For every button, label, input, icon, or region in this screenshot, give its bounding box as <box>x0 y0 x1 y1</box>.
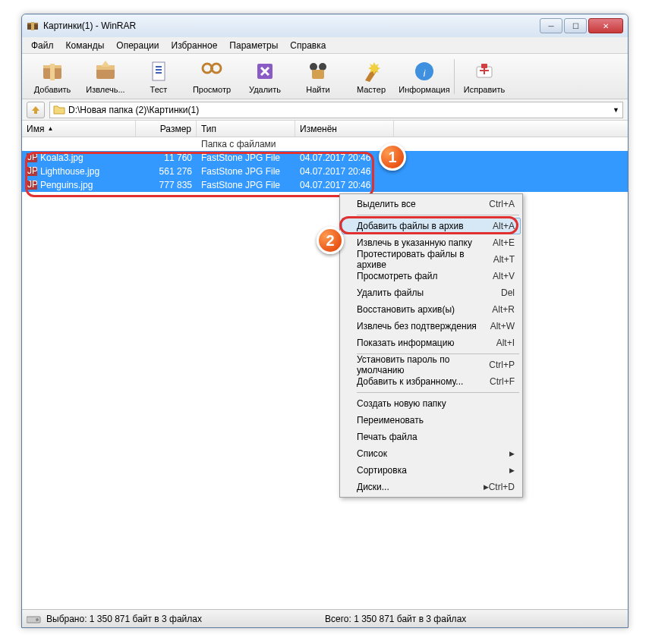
context-menu-item[interactable]: Показать информациюAlt+I <box>342 335 521 351</box>
context-menu-label: Восстановить архив(ы) <box>357 304 492 315</box>
app-icon <box>27 20 39 32</box>
delete-icon <box>253 59 277 83</box>
menu-commands[interactable]: Команды <box>60 39 111 52</box>
context-menu-item[interactable]: Выделить всеCtrl+A <box>342 196 521 212</box>
context-menu-item[interactable]: Диски...▶Ctrl+D <box>342 479 521 495</box>
context-menu-item[interactable]: Сортировка▶ <box>342 462 521 479</box>
context-menu-shortcut: Alt+R <box>492 304 515 315</box>
menu-operations[interactable]: Операции <box>110 39 165 52</box>
file-row[interactable]: JPGKoala3.jpg 11 760 FastStone JPG File … <box>22 151 628 165</box>
context-menu-item[interactable]: Извлечь без подтвержденияAlt+W <box>342 318 521 335</box>
maximize-button[interactable]: ☐ <box>564 18 587 33</box>
repair-icon <box>472 59 496 83</box>
menu-favorites[interactable]: Избранное <box>165 39 224 52</box>
find-icon <box>306 59 330 83</box>
context-menu-label: Добавить к избранному... <box>357 376 490 387</box>
file-row[interactable]: JPGPenguins.jpg 777 835 FastStone JPG Fi… <box>22 178 628 192</box>
menu-file[interactable]: Файл <box>25 39 60 52</box>
context-menu-separator <box>357 215 519 215</box>
tool-info[interactable]: iИнформация <box>399 56 450 97</box>
column-size[interactable]: Размер <box>136 121 197 137</box>
context-menu-item[interactable]: Восстановить архив(ы)Alt+R <box>342 301 521 318</box>
context-menu-item[interactable]: Протестировать файлы в архивеAlt+T <box>342 251 521 268</box>
tool-wizard[interactable]: Мастер <box>345 56 397 97</box>
menu-help[interactable]: Справка <box>284 39 332 52</box>
up-arrow-icon <box>30 105 41 115</box>
submenu-arrow-icon: ▶ <box>484 483 489 491</box>
column-name[interactable]: Имя▲ <box>22 121 136 137</box>
tool-view[interactable]: Просмотр <box>186 56 238 97</box>
tool-find[interactable]: Найти <box>292 56 344 97</box>
status-total: Всего: 1 350 871 байт в 3 файлах <box>325 614 466 624</box>
tool-add[interactable]: Добавить <box>27 56 78 97</box>
svg-text:JPG: JPG <box>27 153 37 162</box>
toolbar: Добавить Извлечь... Тест Просмотр Удалит… <box>22 54 628 99</box>
window-title: Картинки(1) - WinRAR <box>43 20 540 31</box>
svg-rect-8 <box>153 62 165 80</box>
close-button[interactable]: ✕ <box>588 18 623 33</box>
svg-rect-23 <box>484 68 485 74</box>
address-field[interactable]: D:\Новая папка (2)\Картинки(1) ▼ <box>49 102 623 118</box>
dropdown-arrow-icon[interactable]: ▼ <box>613 106 619 114</box>
context-menu-item[interactable]: Создать новую папку <box>342 395 521 412</box>
context-menu-item[interactable]: Удалить файлыDel <box>342 284 521 301</box>
svg-point-31 <box>36 618 39 621</box>
status-selected: Выбрано: 1 350 871 байт в 3 файлах <box>46 614 202 624</box>
context-menu-item[interactable]: Добавить к избранному...Ctrl+F <box>342 373 521 390</box>
tool-repair[interactable]: Исправить <box>458 56 510 97</box>
up-button[interactable] <box>27 102 45 118</box>
tool-extract[interactable]: Извлечь... <box>80 56 131 97</box>
add-icon <box>40 59 65 83</box>
list-header: Имя▲ Размер Тип Изменён <box>22 121 628 137</box>
address-text: D:\Новая папка (2)\Картинки(1) <box>68 105 199 115</box>
context-menu-item[interactable]: Печать файла <box>342 429 521 445</box>
column-modified[interactable]: Изменён <box>295 121 394 137</box>
context-menu-label: Сортировка <box>357 465 509 476</box>
toolbar-separator <box>454 59 455 94</box>
tool-delete[interactable]: Удалить <box>239 56 291 97</box>
context-menu-label: Список <box>357 448 509 459</box>
context-menu-separator <box>357 392 519 393</box>
context-menu-label: Протестировать файлы в архиве <box>357 249 493 270</box>
svg-text:JPG: JPG <box>27 167 37 176</box>
badge-1: 1 <box>379 143 406 171</box>
context-menu-item[interactable]: Список▶ <box>342 445 521 462</box>
view-icon <box>200 59 224 83</box>
winrar-window: Картинки(1) - WinRAR ─ ☐ ✕ Файл Команды … <box>21 14 629 628</box>
context-menu-shortcut: Del <box>501 287 515 298</box>
badge-2: 2 <box>317 227 344 254</box>
minimize-button[interactable]: ─ <box>540 18 562 33</box>
svg-rect-6 <box>96 68 115 79</box>
svg-point-15 <box>310 63 317 71</box>
svg-text:JPG: JPG <box>27 181 37 190</box>
svg-rect-5 <box>50 64 55 80</box>
titlebar[interactable]: Картинки(1) - WinRAR ─ ☐ ✕ <box>22 14 628 37</box>
window-controls: ─ ☐ ✕ <box>540 18 623 33</box>
column-type[interactable]: Тип <box>197 121 295 137</box>
context-menu-item[interactable]: Установить пароль по умолчаниюCtrl+P <box>342 357 521 373</box>
submenu-arrow-icon: ▶ <box>509 450 515 457</box>
menu-options[interactable]: Параметры <box>223 39 284 52</box>
context-menu-label: Установить пароль по умолчанию <box>357 354 489 375</box>
context-menu-label: Показать информацию <box>357 338 496 348</box>
context-menu-shortcut: Alt+E <box>493 237 515 248</box>
context-menu-item[interactable]: Добавить файлы в архивAlt+A <box>342 218 521 234</box>
context-menu-shortcut: Ctrl+F <box>490 376 515 387</box>
context-menu-label: Просмотреть файл <box>357 271 493 281</box>
jpg-icon: JPG <box>27 181 37 190</box>
context-menu-shortcut: Alt+A <box>493 221 515 231</box>
context-menu-label: Печать файла <box>357 432 515 442</box>
context-menu: Выделить всеCtrl+AДобавить файлы в архив… <box>339 193 523 498</box>
context-menu-label: Извлечь без подтверждения <box>357 321 490 331</box>
file-list[interactable]: Папка с файлами JPGKoala3.jpg 11 760 Fas… <box>22 137 628 609</box>
addressbar: D:\Новая папка (2)\Картинки(1) ▼ <box>22 99 628 121</box>
context-menu-shortcut: Ctrl+A <box>489 199 515 209</box>
context-menu-item[interactable]: Просмотреть файлAlt+V <box>342 268 521 284</box>
context-menu-item[interactable]: Переименовать <box>342 412 521 429</box>
file-row[interactable]: JPGLighthouse.jpg 561 276 FastStone JPG … <box>22 165 628 178</box>
parent-row[interactable]: Папка с файлами <box>22 137 628 151</box>
disk-icon <box>27 614 42 624</box>
context-menu-label: Создать новую папку <box>357 398 515 409</box>
context-menu-label: Извлечь в указанную папку <box>357 237 493 248</box>
tool-test[interactable]: Тест <box>133 56 184 97</box>
